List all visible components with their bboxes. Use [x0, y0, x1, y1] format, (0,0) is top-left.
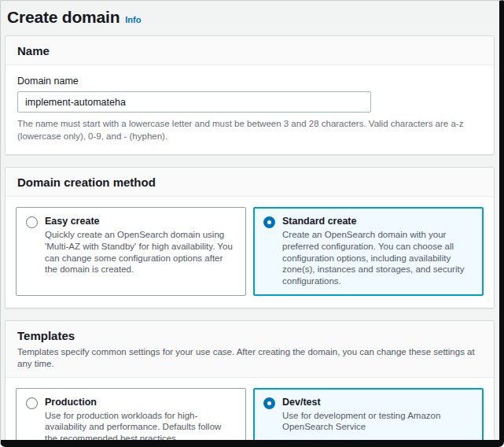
standard-create-text: Standard create Create an OpenSearch dom… — [282, 216, 473, 287]
radio-selected-icon[interactable] — [263, 397, 275, 409]
templates-header: Templates Templates specify common setti… — [6, 321, 494, 378]
standard-create-description: Create an OpenSearch domain with your pr… — [282, 229, 473, 287]
radio-unselected-icon[interactable] — [26, 397, 38, 409]
dev-test-option[interactable]: Dev/test Use for development or testing … — [253, 388, 484, 447]
standard-create-title: Standard create — [282, 216, 473, 227]
templates-title: Templates — [17, 329, 482, 342]
easy-create-title: Easy create — [45, 216, 236, 227]
domain-name-input[interactable] — [17, 91, 371, 113]
easy-create-option[interactable]: Easy create Quickly create an OpenSearch… — [16, 207, 246, 296]
name-section-panel: Name Domain name The name must start wit… — [5, 35, 495, 155]
creation-method-panel: Domain creation method Easy create Quick… — [5, 167, 495, 308]
name-section-title: Name — [17, 44, 482, 57]
templates-options: Production Use for production workloads … — [6, 378, 494, 447]
name-section-header: Name — [6, 36, 494, 65]
radio-unselected-icon[interactable] — [26, 216, 38, 228]
create-domain-page: Create domainInfo Name Domain name The n… — [1, 1, 499, 447]
domain-name-constraint-text: The name must start with a lowercase let… — [17, 117, 482, 142]
name-section-body: Domain name The name must start with a l… — [6, 65, 494, 154]
dev-test-description: Use for development or testing Amazon Op… — [282, 410, 473, 433]
screenshot-frame: Create domainInfo Name Domain name The n… — [0, 0, 504, 447]
domain-name-label: Domain name — [17, 76, 482, 87]
easy-create-description: Quickly create an OpenSearch domain usin… — [45, 229, 236, 275]
production-title: Production — [45, 397, 236, 408]
info-link[interactable]: Info — [125, 15, 141, 24]
standard-create-option[interactable]: Standard create Create an OpenSearch dom… — [253, 207, 484, 296]
dev-test-text: Dev/test Use for development or testing … — [282, 397, 473, 433]
production-option[interactable]: Production Use for production workloads … — [16, 388, 246, 447]
radio-selected-icon[interactable] — [263, 216, 275, 228]
templates-description: Templates specify common settings for yo… — [17, 346, 482, 370]
templates-panel: Templates Templates specify common setti… — [5, 320, 495, 447]
production-text: Production Use for production workloads … — [45, 397, 236, 445]
creation-method-options: Easy create Quickly create an OpenSearch… — [6, 197, 494, 308]
dev-test-title: Dev/test — [282, 397, 473, 408]
page-header: Create domainInfo — [7, 8, 495, 27]
creation-method-title: Domain creation method — [17, 175, 482, 189]
creation-method-header: Domain creation method — [6, 168, 494, 197]
easy-create-text: Easy create Quickly create an OpenSearch… — [45, 216, 236, 275]
production-description: Use for production workloads for high-av… — [45, 410, 236, 445]
page-title: Create domain — [7, 8, 120, 26]
